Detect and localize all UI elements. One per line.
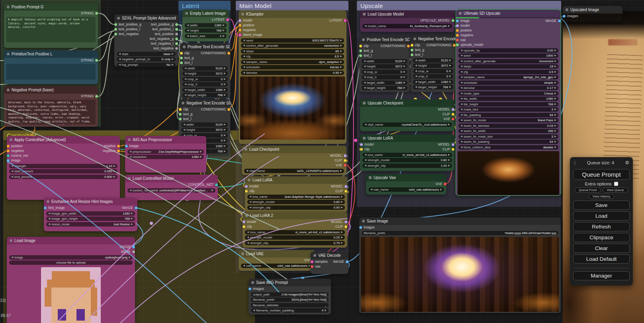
input-slot-clip-icon[interactable] [360, 148, 363, 151]
widget-value-log_prompt[interactable]: No [139, 63, 170, 67]
input-slot-upscale_model-icon[interactable] [456, 43, 459, 46]
node-titlebar[interactable]: Apply ControlNet (Advanced) [7, 136, 120, 144]
output-slot-IMAGE-icon[interactable] [135, 207, 137, 209]
node-titlebar[interactable]: Negative Text Encode SDXL [179, 99, 230, 107]
increment-arrow-icon[interactable]: ▶ [554, 146, 556, 149]
increment-arrow-icon[interactable]: ▶ [403, 65, 405, 68]
input-slot-text_negative-icon[interactable] [114, 33, 117, 35]
decrement-arrow-icon[interactable]: ◀ [415, 75, 417, 78]
output-slot-negative-icon[interactable] [117, 150, 120, 152]
widget-value-image_gen_width[interactable]: 1280 [78, 212, 130, 215]
node-titlebar[interactable]: Upscaled Image [563, 6, 622, 14]
input-slot-text_g-icon[interactable] [179, 113, 182, 116]
decrement-arrow-icon[interactable]: ◀ [364, 81, 366, 84]
input-slot-text_positive_l-icon[interactable] [114, 28, 117, 31]
decrement-arrow-icon[interactable]: ◀ [415, 59, 417, 62]
decrement-arrow-icon[interactable]: ◀ [184, 94, 186, 97]
decrement-arrow-icon[interactable]: ◀ [48, 212, 50, 215]
increment-arrow-icon[interactable]: ▶ [554, 130, 556, 132]
widget-value-tile_width[interactable]: 1280 [478, 97, 553, 100]
node-apply-controlnet[interactable]: Apply ControlNet (Advanced)positiveposit… [7, 136, 120, 200]
increment-arrow-icon[interactable]: ▶ [114, 175, 115, 178]
increment-arrow-icon[interactable]: ▶ [224, 72, 226, 75]
decrement-arrow-icon[interactable]: ◀ [460, 103, 462, 106]
group-titlebar-main-model[interactable]: Main Model [236, 1, 348, 10]
decrement-arrow-icon[interactable]: ◀ [460, 140, 462, 143]
widget-value-target_height[interactable]: 768 [206, 150, 223, 153]
widget-value-upscale_by[interactable]: 3.00 [481, 49, 553, 52]
widget-value-height[interactable]: 3072 [198, 72, 223, 75]
collapse-dot-icon[interactable] [7, 89, 10, 91]
widget-value-height[interactable]: 3072 [377, 65, 402, 68]
widget-value-ckpt_name[interactable]: crystalClearXL_ccxl.safetensors [384, 123, 447, 126]
input-slot-control_net-icon[interactable] [7, 154, 10, 157]
decrement-arrow-icon[interactable]: ◀ [183, 123, 185, 126]
increment-arrow-icon[interactable]: ▶ [340, 55, 342, 58]
widget-value-crop_h[interactable]: 0 [378, 75, 402, 79]
output-slot-text_positive_g-icon[interactable] [175, 23, 178, 26]
decrement-arrow-icon[interactable]: ◀ [415, 64, 417, 67]
node-titlebar[interactable]: Positive Text Encode SDXL [180, 43, 230, 51]
input-slot-negative-icon[interactable] [239, 29, 241, 32]
widget-value-mode_type[interactable]: Chess [481, 92, 553, 95]
widget-value-crop_h[interactable]: 0 [429, 75, 448, 78]
increment-arrow-icon[interactable]: ▶ [554, 140, 556, 143]
load-button[interactable]: Load [573, 211, 630, 221]
increment-arrow-icon[interactable]: ▶ [172, 63, 174, 66]
increment-arrow-icon[interactable]: ▶ [172, 53, 174, 55]
output-slot-STRING-icon[interactable] [95, 59, 98, 62]
increment-arrow-icon[interactable]: ▶ [554, 114, 556, 116]
collapse-dot-icon[interactable] [7, 6, 10, 8]
output-slot-text_positive-icon[interactable] [175, 33, 178, 35]
widget-value-strength_model[interactable]: 0.80 [276, 200, 340, 204]
increment-arrow-icon[interactable]: ▶ [224, 145, 226, 148]
increment-arrow-icon[interactable]: ▶ [224, 150, 226, 153]
increment-arrow-icon[interactable]: ▶ [449, 81, 451, 83]
decrement-arrow-icon[interactable]: ◀ [460, 81, 462, 84]
decrement-arrow-icon[interactable]: ◀ [249, 195, 251, 198]
increment-arrow-icon[interactable]: ▶ [224, 89, 226, 91]
output-slot-VAE-icon[interactable] [452, 118, 454, 120]
decrement-arrow-icon[interactable]: ◀ [184, 78, 186, 81]
increment-arrow-icon[interactable]: ▶ [341, 236, 343, 239]
widget-value-target_height[interactable]: 768 [387, 86, 402, 90]
collapse-square-icon[interactable] [363, 137, 366, 140]
widget-value-target_width[interactable]: 1280 [386, 81, 402, 85]
output-slot-CONDITIONING-icon[interactable] [227, 52, 230, 55]
widget-value-control_after_generate[interactable]: increment [497, 59, 554, 63]
increment-arrow-icon[interactable]: ▶ [403, 87, 405, 89]
decrement-arrow-icon[interactable]: ◀ [460, 60, 462, 63]
manager-button[interactable]: Manager [573, 271, 630, 280]
input-slot-text_l-icon[interactable] [411, 53, 413, 56]
node-titlebar[interactable]: Load ControlNet Model [125, 175, 218, 182]
decrement-arrow-icon[interactable]: ◀ [460, 130, 462, 132]
increment-arrow-icon[interactable]: ▶ [341, 195, 343, 198]
output-slot-CLIP-icon[interactable] [345, 190, 347, 193]
node-titlebar[interactable]: Load VAE [239, 250, 315, 258]
input-slot-clip-icon[interactable] [245, 190, 248, 193]
collapse-dot-icon[interactable] [128, 177, 131, 180]
node-titlebar[interactable]: KSampler [239, 10, 346, 18]
increment-arrow-icon[interactable]: ▶ [224, 83, 226, 86]
widget-value-control_after_generate[interactable]: randomize [280, 44, 339, 47]
output-slot-MODEL-icon[interactable] [344, 154, 346, 157]
increment-arrow-icon[interactable]: ▶ [129, 256, 131, 259]
input-slot-model-icon[interactable] [456, 24, 459, 27]
decrement-arrow-icon[interactable]: ◀ [460, 119, 462, 122]
decrement-arrow-icon[interactable]: ◀ [249, 201, 251, 203]
node-load-image[interactable]: Load ImageIMAGEMASK◀imagecydeeghost.png▶… [7, 237, 135, 323]
prompt-textarea[interactable] [6, 64, 96, 80]
widget-value-strength_clip[interactable]: 1.00 [387, 164, 447, 167]
widget-value-seam_fix_mode[interactable]: Band Pass [487, 118, 553, 122]
decrement-arrow-icon[interactable]: ◀ [460, 54, 462, 57]
decrement-arrow-icon[interactable]: ◀ [11, 165, 13, 167]
collapse-square-icon[interactable] [363, 102, 366, 104]
increment-arrow-icon[interactable]: ▶ [449, 86, 451, 89]
output-slot-text_negative_g-icon[interactable] [175, 37, 178, 40]
decrement-arrow-icon[interactable]: ◀ [364, 154, 366, 156]
increment-arrow-icon[interactable]: ▶ [554, 108, 556, 111]
increment-arrow-icon[interactable]: ▶ [224, 94, 226, 97]
input-slot-clip-icon[interactable] [179, 108, 182, 111]
widget-value-control_net_name[interactable]: controlnetQRPatternV1_comfyuiWebuiCommon… [159, 189, 210, 192]
input-slot-clip-icon[interactable] [243, 225, 245, 228]
